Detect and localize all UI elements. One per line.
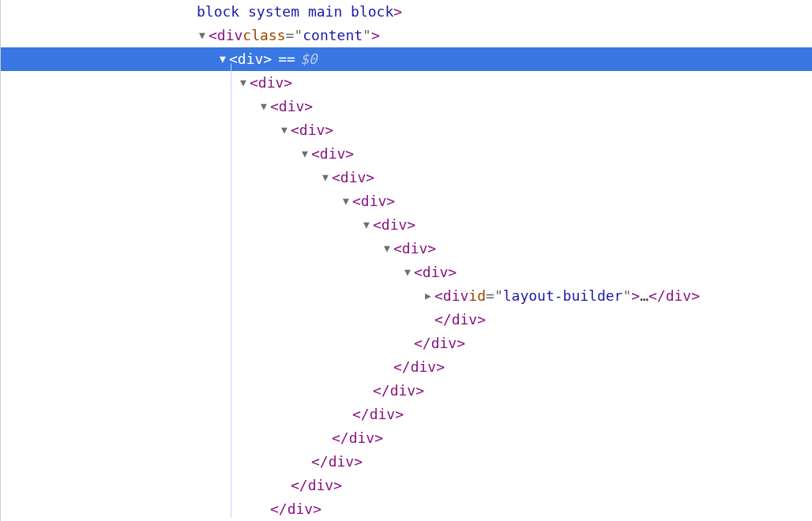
tree-row-close[interactable]: </div>: [1, 308, 812, 332]
tag-name: div: [452, 308, 478, 332]
tag-name: div: [308, 474, 334, 497]
tag-name: div: [299, 118, 325, 142]
tag-bracket: >: [448, 260, 457, 284]
tag-name: div: [329, 450, 355, 474]
tag-bracket: >: [354, 450, 363, 474]
tag-bracket: </: [393, 355, 411, 379]
tree-row-selected[interactable]: ▼<div>==$0: [1, 47, 812, 71]
tag-bracket: <: [434, 284, 443, 308]
truncated-text: block system main block: [197, 0, 393, 24]
tag-name: div: [279, 95, 305, 118]
tag-name: div: [402, 237, 428, 260]
tree-row[interactable]: ▼<div>: [1, 118, 812, 142]
tag-bracket: >: [304, 95, 313, 118]
collapse-arrow-icon[interactable]: ▼: [258, 95, 269, 118]
tree-row-close[interactable]: </div>: [1, 450, 812, 474]
tag-bracket: </: [414, 332, 431, 355]
collapse-arrow-icon[interactable]: ▼: [238, 71, 249, 95]
tree-row-truncated[interactable]: block system main block >: [1, 0, 812, 24]
tag-name: div: [238, 47, 264, 71]
tree-row-close[interactable]: </div>: [1, 497, 812, 521]
tag-name: div: [666, 284, 692, 308]
tag-name: div: [320, 142, 346, 166]
attr-value: layout-builder: [503, 284, 623, 308]
tag-bracket: >: [333, 474, 342, 497]
tag-name: div: [340, 166, 367, 189]
tree-row[interactable]: ▼<div>: [1, 260, 812, 284]
collapse-arrow-icon[interactable]: ▼: [279, 118, 290, 142]
tree-row-close[interactable]: </div>: [1, 474, 812, 497]
tag-bracket: >: [436, 355, 445, 379]
tag-bracket: </: [291, 474, 308, 497]
tag-bracket: >: [691, 284, 700, 308]
collapse-arrow-icon[interactable]: ▼: [382, 237, 393, 260]
tag-name: div: [349, 426, 375, 450]
tag-name: div: [390, 379, 416, 403]
dom-panel: … block system main block > ▼<div class=…: [0, 0, 812, 521]
tree-row[interactable]: ▼<div>: [1, 213, 812, 237]
collapse-arrow-icon[interactable]: ▼: [217, 47, 228, 71]
tag-name: div: [443, 284, 469, 308]
tag-bracket: >: [345, 142, 354, 166]
tag-bracket: </: [332, 426, 349, 450]
tag-bracket: >: [407, 213, 415, 237]
tag-bracket: </: [311, 450, 329, 474]
tree-row-close[interactable]: </div>: [1, 355, 812, 379]
attr-quote: ": [622, 284, 631, 308]
tree-row[interactable]: ▶<div id="layout-builder">…</div>: [1, 284, 812, 308]
tree-row[interactable]: ▼<div class="content">: [1, 24, 812, 47]
tree-row-close[interactable]: </div>: [1, 403, 812, 426]
tree-row-close[interactable]: </div>: [1, 332, 812, 355]
tag-bracket: >: [263, 47, 272, 71]
tag-name: div: [258, 71, 284, 95]
attr-quote: ": [294, 24, 303, 47]
tag-bracket: </: [648, 284, 666, 308]
tree-row[interactable]: ▼<div>: [1, 189, 812, 213]
tree-row[interactable]: ▼<div>: [1, 237, 812, 260]
tag-name: div: [431, 332, 457, 355]
tag-bracket: >: [374, 426, 383, 450]
attr-equals: =: [486, 284, 494, 308]
tag-bracket: <: [229, 47, 238, 71]
tag-bracket: <: [250, 71, 258, 95]
tag-bracket: >: [313, 497, 321, 521]
tag-bracket: </: [373, 379, 390, 403]
tag-bracket: >: [477, 308, 486, 332]
tag-name: div: [382, 213, 408, 237]
tag-bracket: >: [631, 284, 640, 308]
indent-guide: [231, 63, 231, 518]
expand-arrow-icon[interactable]: ▶: [423, 284, 434, 308]
tag-bracket: <: [414, 260, 423, 284]
ellipsis-icon[interactable]: …: [640, 284, 648, 308]
tag-bracket: >: [284, 71, 292, 95]
attr-equals: =: [286, 24, 295, 47]
tree-row[interactable]: ▼<div>: [1, 71, 812, 95]
tree-row[interactable]: ▼<div>: [1, 142, 812, 166]
tag-bracket: <: [209, 24, 217, 47]
tag-bracket: <: [393, 237, 402, 260]
tag-name: div: [361, 189, 387, 213]
attr-quote: ": [363, 24, 371, 47]
tag-bracket: <: [373, 213, 382, 237]
collapse-arrow-icon[interactable]: ▼: [320, 166, 331, 189]
selected-marker-eq: ==: [278, 47, 295, 71]
collapse-arrow-icon[interactable]: ▼: [361, 213, 372, 237]
tree-row-close[interactable]: </div>: [1, 426, 812, 450]
collapse-arrow-icon[interactable]: ▼: [402, 260, 413, 284]
tree-row[interactable]: ▼<div>: [1, 95, 812, 118]
collapse-arrow-icon[interactable]: ▼: [197, 24, 208, 47]
tag-bracket: <: [352, 189, 361, 213]
tag-name: div: [217, 24, 243, 47]
tree-row[interactable]: ▼<div>: [1, 166, 812, 189]
tag-bracket: <: [311, 142, 320, 166]
tag-bracket: </: [352, 403, 370, 426]
attr-value: content: [303, 24, 363, 47]
collapse-arrow-icon[interactable]: ▼: [340, 189, 351, 213]
attr-name: id: [468, 284, 486, 308]
elements-tree[interactable]: block system main block > ▼<div class="c…: [1, 0, 812, 521]
attr-name: class: [242, 24, 285, 47]
tree-row-close[interactable]: </div>: [1, 379, 812, 403]
tag-name: div: [423, 260, 449, 284]
collapse-arrow-icon[interactable]: ▼: [299, 142, 310, 166]
tag-bracket: >: [366, 166, 374, 189]
